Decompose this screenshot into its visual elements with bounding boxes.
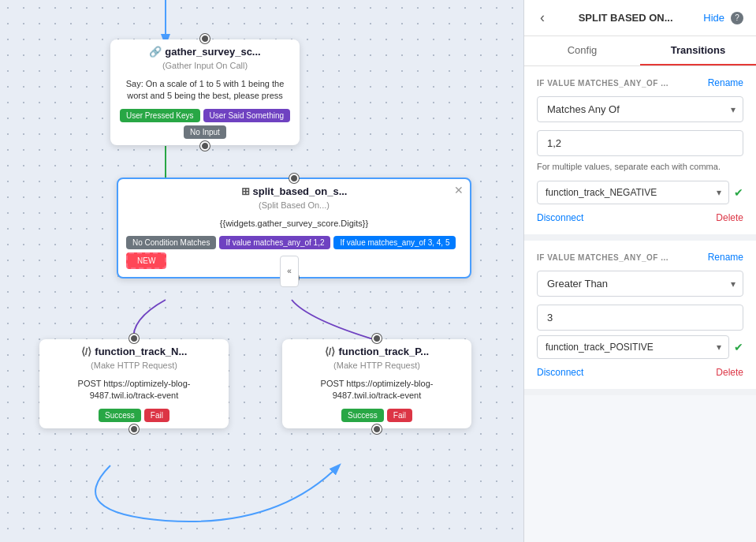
tag-user-pressed: User Pressed Keys — [120, 109, 200, 122]
gather-node-body: Say: On a scale of 1 to 5 with 1 being t… — [110, 75, 300, 109]
tag-no-condition: No Condition Matches — [126, 236, 216, 249]
transition-2-condition-wrapper: Matches Any Of Greater Than Less Than Eq… — [537, 271, 743, 297]
transition-1-check-icon: ✔ — [734, 186, 743, 199]
tag-matches-3-4-5: If value matches_any_of 3, 4, 5 — [333, 236, 456, 249]
func-neg-title: function_track_N... — [95, 346, 187, 357]
transition-2-label: IF VALUE MATCHES_ANY_OF ... — [537, 253, 668, 262]
func-pos-node[interactable]: ⟨/⟩ function_track_P... (Make HTTP Reque… — [282, 339, 471, 428]
transition-2-delete-btn[interactable]: Delete — [716, 367, 743, 378]
transition-1-destination-row: function_track_NEGATIVE function_track_P… — [537, 181, 743, 204]
help-icon[interactable]: ? — [731, 12, 743, 24]
gather-node-dot-top — [200, 34, 210, 43]
split-node-dot-top — [289, 174, 299, 183]
tag-new[interactable]: NEW — [126, 252, 166, 269]
transition-2-disconnect-btn[interactable]: Disconnect — [537, 367, 583, 378]
transition-1-header: IF VALUE MATCHES_ANY_OF ... Rename — [537, 77, 743, 88]
tag-user-said: User Said Something — [203, 109, 291, 122]
panel-tabs: Config Transitions — [524, 36, 756, 66]
tag-fail-neg: Fail — [144, 409, 169, 422]
gather-node-tags: User Pressed Keys User Said Something No… — [110, 109, 300, 145]
transition-2-dest-wrapper: function_track_NEGATIVE function_track_P… — [537, 335, 729, 359]
transition-2-check-icon: ✔ — [734, 341, 743, 353]
transition-2-header: IF VALUE MATCHES_ANY_OF ... Rename — [537, 252, 743, 263]
tag-matches-1-2: If value matches_any_of 1,2 — [219, 236, 330, 249]
collapse-panel-btn[interactable]: « — [280, 256, 299, 287]
func-neg-body: POST https://optimizely-blog-9487.twil.i… — [39, 375, 229, 409]
func-neg-node[interactable]: ⟨/⟩ function_track_N... (Make HTTP Reque… — [39, 339, 229, 428]
transition-1-helper: For multiple values, separate each with … — [537, 161, 743, 173]
panel-title: SPLIT BASED ON... — [554, 12, 697, 24]
tag-fail-pos: Fail — [387, 409, 412, 422]
canvas-area: 🔗 gather_survey_sc... (Gather Input On C… — [0, 0, 523, 542]
gather-node-dot-bottom — [200, 141, 210, 151]
panel-content: IF VALUE MATCHES_ANY_OF ... Rename Match… — [524, 66, 756, 542]
tag-success-pos: Success — [341, 409, 384, 422]
split-icon: ⊞ — [241, 185, 250, 197]
transition-2-dest-select[interactable]: function_track_NEGATIVE function_track_P… — [537, 335, 729, 359]
transition-1-label: IF VALUE MATCHES_ANY_OF ... — [537, 79, 668, 88]
func-pos-icon: ⟨/⟩ — [325, 346, 336, 357]
transition-1-delete-btn[interactable]: Delete — [716, 212, 743, 223]
func-neg-dot-bottom — [129, 424, 139, 434]
tab-transitions[interactable]: Transitions — [640, 36, 756, 65]
panel-back-btn[interactable]: ‹ — [537, 9, 548, 26]
transition-1-rename-btn[interactable]: Rename — [708, 77, 743, 88]
func-neg-subtitle: (Make HTTP Request) — [39, 361, 229, 375]
gather-node-title: gather_survey_sc... — [165, 46, 260, 58]
split-node-title: split_based_on_s... — [253, 185, 348, 197]
split-node-body: {{widgets.gather_survey_score.Digits}} — [118, 215, 470, 236]
transition-block-1: IF VALUE MATCHES_ANY_OF ... Rename Match… — [524, 66, 756, 241]
gather-node[interactable]: 🔗 gather_survey_sc... (Gather Input On C… — [110, 39, 300, 145]
func-pos-body: POST https://optimizely-blog-9487.twil.i… — [282, 375, 471, 409]
split-node-close[interactable]: ✕ — [454, 184, 464, 196]
tab-config[interactable]: Config — [524, 36, 640, 65]
transition-2-actions: Disconnect Delete — [537, 367, 743, 378]
transition-2-rename-btn[interactable]: Rename — [708, 252, 743, 263]
transition-2-destination-row: function_track_NEGATIVE function_track_P… — [537, 335, 743, 359]
tag-no-input: No Input — [184, 125, 226, 139]
transition-2-value-input[interactable] — [537, 305, 743, 331]
transition-1-actions: Disconnect Delete — [537, 212, 743, 223]
transition-1-value-input[interactable] — [537, 130, 743, 156]
func-pos-dot-top — [372, 334, 382, 343]
func-neg-dot-top — [129, 334, 139, 343]
func-pos-title: function_track_P... — [338, 346, 429, 357]
transition-1-dest-select[interactable]: function_track_NEGATIVE function_track_P… — [537, 181, 729, 204]
transition-2-condition-select[interactable]: Matches Any Of Greater Than Less Than Eq… — [537, 271, 743, 297]
tag-success-neg: Success — [99, 409, 141, 422]
transition-1-disconnect-btn[interactable]: Disconnect — [537, 212, 583, 223]
split-node-subtitle: (Split Based On...) — [118, 200, 470, 215]
transition-1-dest-wrapper: function_track_NEGATIVE function_track_P… — [537, 181, 729, 204]
transition-1-condition-wrapper: Matches Any Of Greater Than Less Than Eq… — [537, 96, 743, 122]
transition-1-condition-select[interactable]: Matches Any Of Greater Than Less Than Eq… — [537, 96, 743, 122]
func-pos-subtitle: (Make HTTP Request) — [282, 361, 471, 375]
gather-node-subtitle: (Gather Input On Call) — [110, 61, 300, 75]
panel-header: ‹ SPLIT BASED ON... Hide ? — [524, 0, 756, 36]
transition-block-2: IF VALUE MATCHES_ANY_OF ... Rename Match… — [524, 241, 756, 395]
hide-btn[interactable]: Hide — [703, 12, 724, 24]
func-neg-icon: ⟨/⟩ — [81, 346, 92, 357]
func-pos-dot-bottom — [372, 424, 382, 434]
gather-icon: 🔗 — [149, 46, 162, 58]
right-panel: ‹ SPLIT BASED ON... Hide ? Config Transi… — [523, 0, 756, 542]
